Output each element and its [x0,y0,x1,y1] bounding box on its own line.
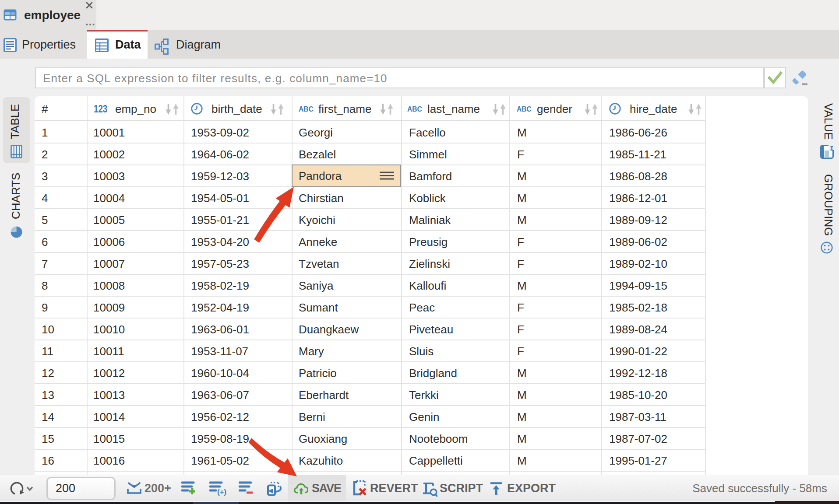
svg-text:(+): (+) [217,488,226,496]
